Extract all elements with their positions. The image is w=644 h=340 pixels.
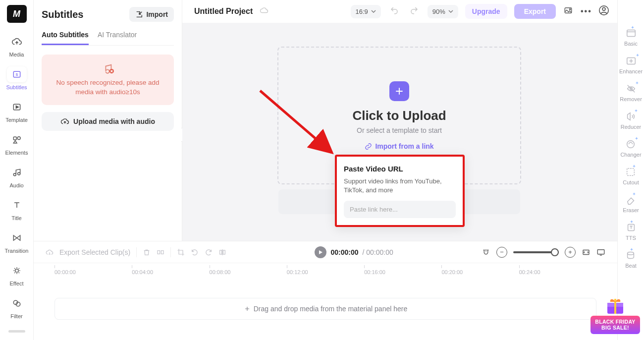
- ruler-tick: 00:08:00: [210, 269, 287, 275]
- rrail-label: Beat: [625, 263, 637, 269]
- fit-icon[interactable]: [582, 248, 590, 257]
- svg-rect-17: [158, 250, 160, 254]
- sparkle-icon: [632, 165, 636, 169]
- svg-rect-23: [627, 30, 635, 37]
- sparkle-icon: [634, 109, 638, 113]
- ruler-tick: 00:16:00: [364, 269, 441, 275]
- svg-rect-20: [223, 250, 225, 254]
- rrail-item-tts[interactable]: TTS: [626, 222, 637, 241]
- zoom-slider[interactable]: [513, 251, 559, 253]
- timeline-ruler[interactable]: 00:00:0000:04:0000:08:0000:12:0000:16:00…: [34, 263, 617, 279]
- sparkle-icon: [630, 248, 634, 252]
- time-current: 00:00:00: [330, 248, 358, 256]
- upload-media-button[interactable]: Upload media with audio: [42, 112, 174, 131]
- rrail-item-changer[interactable]: Changer: [620, 139, 641, 158]
- rail-item-template[interactable]: Template: [3, 99, 31, 123]
- promo-badge[interactable]: BLACK FRIDAY BIG SALE!: [590, 296, 640, 334]
- rail-item-elements[interactable]: Elements: [3, 132, 31, 156]
- popover-desc: Support video links from YouTube, TikTok…: [344, 177, 456, 195]
- tab-ai-translator[interactable]: AI Translator: [98, 31, 137, 45]
- rotate-r-icon[interactable]: [205, 248, 213, 256]
- rrail-item-cutout[interactable]: Cutout: [623, 167, 639, 185]
- svg-point-7: [17, 172, 20, 175]
- rrail-item-reducer[interactable]: Reducer: [621, 111, 642, 130]
- rail-item-media[interactable]: Media: [3, 34, 31, 57]
- import-button[interactable]: Import: [129, 7, 174, 22]
- screenshot-icon[interactable]: [563, 6, 574, 17]
- rrail-item-enhancer[interactable]: Enhancer: [619, 56, 643, 74]
- timeline-area: Export Selected Clip(s) 00:00:00 / 00:00…: [34, 241, 617, 340]
- svg-point-29: [628, 252, 634, 255]
- aspect-ratio-select[interactable]: 16:9: [351, 5, 381, 18]
- sparkle-icon: [632, 192, 636, 196]
- no-speech-alert: No speech recognized, please add media w…: [42, 55, 174, 105]
- rrail-label: Remover: [620, 96, 642, 102]
- rotate-l-icon[interactable]: [191, 248, 199, 256]
- import-from-link[interactable]: Import from a link: [365, 142, 433, 150]
- sparkle-icon: [636, 54, 640, 57]
- filter-icon: [7, 295, 27, 311]
- plus-icon: [244, 305, 251, 312]
- ruler-tick: 00:00:00: [54, 269, 132, 275]
- delete-icon[interactable]: [143, 248, 151, 256]
- project-title[interactable]: Untitled Project: [194, 7, 253, 16]
- zoom-select[interactable]: 90%: [428, 5, 458, 18]
- rail-scroll-handle[interactable]: [8, 330, 25, 333]
- account-icon[interactable]: [598, 5, 609, 18]
- timeline-track[interactable]: Drag and drop media from the material pa…: [54, 298, 596, 320]
- rail-item-transition[interactable]: Transition: [3, 230, 31, 254]
- svg-rect-27: [627, 169, 635, 176]
- ratio-value: 16:9: [356, 8, 368, 15]
- rail-item-title[interactable]: Title: [3, 197, 31, 221]
- split-icon[interactable]: [157, 248, 164, 256]
- drop-heading: Click to Upload: [352, 108, 446, 123]
- rail-item-subtitles[interactable]: S Subtitles: [3, 66, 31, 90]
- svg-point-6: [13, 173, 16, 176]
- export-button[interactable]: Export: [514, 4, 556, 19]
- drop-subtext: Or select a template to start: [357, 126, 442, 134]
- rrail-item-beat[interactable]: Beat: [625, 250, 637, 269]
- upload-plus-button[interactable]: [389, 81, 409, 101]
- chevron-down-icon: [371, 9, 376, 14]
- mirror-icon[interactable]: [218, 248, 226, 256]
- rail-item-audio[interactable]: Audio: [3, 165, 31, 188]
- rail-label: Effect: [10, 281, 24, 286]
- export-clip-icon[interactable]: [46, 248, 54, 256]
- magnet-icon[interactable]: [482, 248, 490, 257]
- elements-icon: [7, 132, 27, 148]
- rail-item-effect[interactable]: Effect: [3, 263, 31, 286]
- svg-point-15: [602, 7, 605, 10]
- rail-item-filter[interactable]: Filter: [3, 295, 31, 319]
- more-icon[interactable]: •••: [581, 7, 591, 16]
- promo-line2: BIG SALE!: [593, 325, 637, 331]
- svg-point-5: [17, 137, 20, 140]
- app-logo[interactable]: M: [7, 5, 27, 23]
- rrail-item-eraser[interactable]: Eraser: [623, 194, 639, 213]
- rail-label: Transition: [5, 248, 29, 254]
- enhancer-icon: [626, 56, 637, 66]
- zoom-in-button[interactable]: +: [565, 247, 576, 258]
- transition-icon: [7, 230, 27, 246]
- rrail-item-remover[interactable]: Remover: [620, 83, 642, 102]
- display-icon[interactable]: [596, 248, 605, 257]
- rrail-item-basic[interactable]: Basic: [624, 28, 638, 47]
- paste-url-input[interactable]: [344, 201, 456, 218]
- undo-button[interactable]: [388, 4, 401, 19]
- upgrade-button[interactable]: Upgrade: [465, 4, 507, 19]
- gift-icon: [590, 296, 640, 316]
- paste-url-popover: Paste Video URL Support video links from…: [335, 155, 465, 227]
- track-hint: Drag and drop media from the material pa…: [254, 305, 408, 313]
- play-button[interactable]: [315, 246, 326, 258]
- tab-auto-subtitles[interactable]: Auto Subtitles: [42, 31, 89, 45]
- zoom-out-button[interactable]: −: [496, 247, 507, 258]
- ruler-tick: 00:04:00: [132, 269, 209, 275]
- rail-label: Filter: [10, 313, 22, 319]
- crop-icon[interactable]: [177, 248, 185, 256]
- effect-icon: [7, 263, 27, 279]
- export-clip-label[interactable]: Export Selected Clip(s): [59, 248, 130, 256]
- svg-rect-18: [161, 250, 164, 254]
- cloud-sync-icon[interactable]: [260, 6, 268, 17]
- redo-button[interactable]: [408, 4, 421, 19]
- sparkle-icon: [631, 26, 635, 30]
- rail-label: Media: [9, 52, 24, 57]
